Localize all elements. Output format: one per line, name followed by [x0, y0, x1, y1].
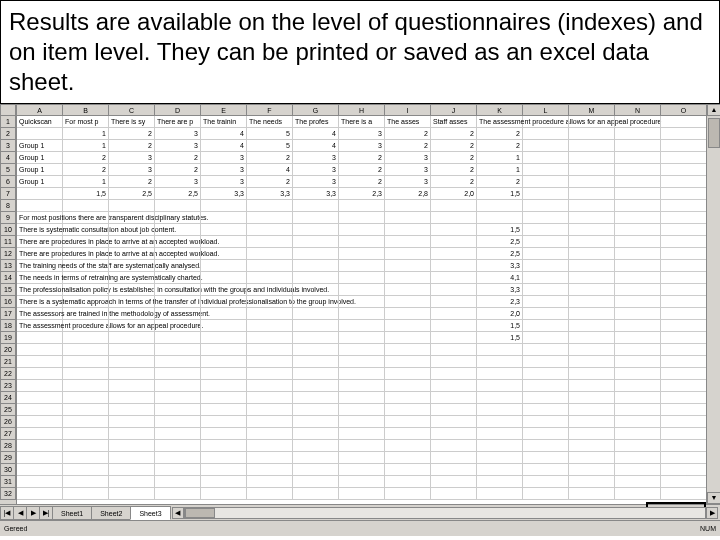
cell-D32[interactable]	[155, 488, 201, 500]
cell-A20[interactable]	[17, 344, 63, 356]
cell-I26[interactable]	[385, 416, 431, 428]
cell-J19[interactable]	[431, 332, 477, 344]
cell-O13[interactable]	[661, 260, 706, 272]
cell-N10[interactable]	[615, 224, 661, 236]
cell-L1[interactable]	[523, 116, 569, 128]
cell-H9[interactable]	[339, 212, 385, 224]
cell-J28[interactable]	[431, 440, 477, 452]
cell-N12[interactable]	[615, 248, 661, 260]
cell-C29[interactable]	[109, 452, 155, 464]
cell-B14[interactable]	[63, 272, 109, 284]
cell-L31[interactable]	[523, 476, 569, 488]
cell-F20[interactable]	[247, 344, 293, 356]
cell-J12[interactable]	[431, 248, 477, 260]
cell-G17[interactable]	[293, 308, 339, 320]
row-header-1[interactable]: 1	[0, 116, 16, 128]
cell-M16[interactable]	[569, 296, 615, 308]
row-header-30[interactable]: 30	[0, 464, 16, 476]
cell-L4[interactable]	[523, 152, 569, 164]
cell-L5[interactable]	[523, 164, 569, 176]
cell-L6[interactable]	[523, 176, 569, 188]
cell-D5[interactable]: 2	[155, 164, 201, 176]
row-header-28[interactable]: 28	[0, 440, 16, 452]
cell-K23[interactable]	[477, 380, 523, 392]
cell-N16[interactable]	[615, 296, 661, 308]
cell-C14[interactable]	[109, 272, 155, 284]
cell-I13[interactable]	[385, 260, 431, 272]
cell-G7[interactable]: 3,3	[293, 188, 339, 200]
cell-M11[interactable]	[569, 236, 615, 248]
cell-J24[interactable]	[431, 392, 477, 404]
cell-F6[interactable]: 2	[247, 176, 293, 188]
cell-D26[interactable]	[155, 416, 201, 428]
row-header-14[interactable]: 14	[0, 272, 16, 284]
cell-H26[interactable]	[339, 416, 385, 428]
cell-A10[interactable]: There is systematic consultation about j…	[17, 224, 63, 236]
cell-C27[interactable]	[109, 428, 155, 440]
cell-N9[interactable]	[615, 212, 661, 224]
cell-J8[interactable]	[431, 200, 477, 212]
cell-F7[interactable]: 3,3	[247, 188, 293, 200]
cell-C3[interactable]: 2	[109, 140, 155, 152]
cell-C31[interactable]	[109, 476, 155, 488]
cell-F4[interactable]: 2	[247, 152, 293, 164]
cell-B6[interactable]: 1	[63, 176, 109, 188]
cell-M27[interactable]	[569, 428, 615, 440]
cell-H30[interactable]	[339, 464, 385, 476]
cell-F17[interactable]	[247, 308, 293, 320]
cell-A6[interactable]: Group 1	[17, 176, 63, 188]
cell-A26[interactable]	[17, 416, 63, 428]
cell-E14[interactable]	[201, 272, 247, 284]
cell-E1[interactable]: The trainin	[201, 116, 247, 128]
row-header-12[interactable]: 12	[0, 248, 16, 260]
cell-N23[interactable]	[615, 380, 661, 392]
cell-K16[interactable]: 2,3	[477, 296, 523, 308]
cell-K29[interactable]	[477, 452, 523, 464]
cell-F19[interactable]	[247, 332, 293, 344]
cell-C15[interactable]	[109, 284, 155, 296]
cell-M29[interactable]	[569, 452, 615, 464]
cell-L30[interactable]	[523, 464, 569, 476]
cell-J30[interactable]	[431, 464, 477, 476]
cell-I14[interactable]	[385, 272, 431, 284]
cell-H23[interactable]	[339, 380, 385, 392]
cell-M3[interactable]	[569, 140, 615, 152]
cell-G18[interactable]	[293, 320, 339, 332]
cell-K10[interactable]: 1,5	[477, 224, 523, 236]
cell-G2[interactable]: 4	[293, 128, 339, 140]
cell-D28[interactable]	[155, 440, 201, 452]
cell-G32[interactable]	[293, 488, 339, 500]
cell-E21[interactable]	[201, 356, 247, 368]
cell-K31[interactable]	[477, 476, 523, 488]
row-header-29[interactable]: 29	[0, 452, 16, 464]
cell-J6[interactable]: 2	[431, 176, 477, 188]
cell-H14[interactable]	[339, 272, 385, 284]
cell-K4[interactable]: 1	[477, 152, 523, 164]
cell-N30[interactable]	[615, 464, 661, 476]
cell-O27[interactable]	[661, 428, 706, 440]
row-header-13[interactable]: 13	[0, 260, 16, 272]
cell-J23[interactable]	[431, 380, 477, 392]
cell-I24[interactable]	[385, 392, 431, 404]
cell-B12[interactable]	[63, 248, 109, 260]
scroll-down-arrow-icon[interactable]: ▼	[707, 492, 720, 504]
cell-A18[interactable]: The assessment procedure allows for an a…	[17, 320, 63, 332]
cell-I16[interactable]	[385, 296, 431, 308]
cell-D20[interactable]	[155, 344, 201, 356]
cell-L28[interactable]	[523, 440, 569, 452]
cell-G31[interactable]	[293, 476, 339, 488]
cell-D7[interactable]: 2,5	[155, 188, 201, 200]
cell-C12[interactable]	[109, 248, 155, 260]
col-header-D[interactable]: D	[155, 104, 201, 116]
cell-D23[interactable]	[155, 380, 201, 392]
cell-E29[interactable]	[201, 452, 247, 464]
cell-N13[interactable]	[615, 260, 661, 272]
cell-E30[interactable]	[201, 464, 247, 476]
cell-F24[interactable]	[247, 392, 293, 404]
cell-C23[interactable]	[109, 380, 155, 392]
cell-M12[interactable]	[569, 248, 615, 260]
cell-A3[interactable]: Group 1	[17, 140, 63, 152]
cell-O23[interactable]	[661, 380, 706, 392]
col-header-O[interactable]: O	[661, 104, 706, 116]
row-header-10[interactable]: 10	[0, 224, 16, 236]
